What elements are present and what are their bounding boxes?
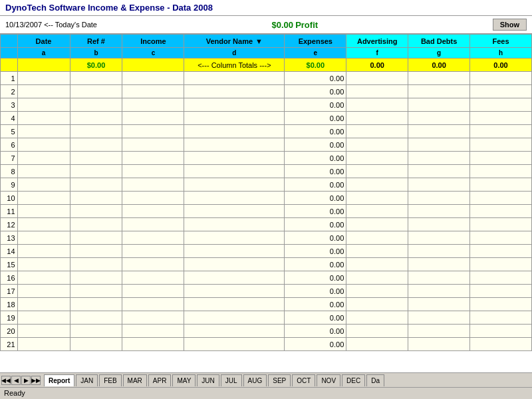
cell-adv[interactable] (346, 138, 408, 152)
cell-ref[interactable] (70, 178, 122, 192)
cell-ref[interactable] (70, 192, 122, 205)
cell-vendor[interactable] (184, 271, 285, 285)
cell-vendor[interactable] (184, 85, 285, 98)
cell-income[interactable] (122, 112, 184, 125)
cell-ref[interactable] (70, 218, 122, 231)
cell-adv[interactable] (346, 231, 408, 245)
cell-adv[interactable] (346, 192, 408, 205)
cell-bd[interactable] (408, 138, 470, 152)
cell-ref[interactable] (70, 258, 122, 271)
cell-ref[interactable] (70, 85, 122, 98)
cell-income[interactable] (122, 338, 184, 351)
cell-date[interactable] (17, 205, 70, 218)
tab-last-button[interactable]: ▶▶ (31, 376, 41, 385)
sheet-tab-may[interactable]: MAY (172, 374, 196, 386)
cell-income[interactable] (122, 138, 184, 152)
cell-adv[interactable] (346, 205, 408, 218)
cell-adv[interactable] (346, 298, 408, 311)
cell-income[interactable] (122, 325, 184, 338)
cell-vendor[interactable] (184, 178, 285, 192)
cell-ref[interactable] (70, 125, 122, 138)
cell-income[interactable] (122, 125, 184, 138)
cell-bd[interactable] (408, 231, 470, 245)
show-button[interactable]: Show (493, 19, 527, 31)
cell-date[interactable] (17, 258, 70, 271)
cell-vendor[interactable] (184, 112, 285, 125)
cell-date[interactable] (17, 245, 70, 258)
cell-bd[interactable] (408, 112, 470, 125)
cell-income[interactable] (122, 258, 184, 271)
cell-adv[interactable] (346, 245, 408, 258)
cell-date[interactable] (17, 85, 70, 98)
cell-vendor[interactable] (184, 311, 285, 325)
cell-bd[interactable] (408, 192, 470, 205)
cell-income[interactable] (122, 285, 184, 298)
cell-vendor[interactable] (184, 298, 285, 311)
cell-bd[interactable] (408, 218, 470, 231)
cell-fees[interactable] (470, 245, 532, 258)
cell-fees[interactable] (470, 231, 532, 245)
cell-fees[interactable] (470, 125, 532, 138)
sheet-tab-feb[interactable]: FEB (99, 374, 121, 386)
cell-income[interactable] (122, 245, 184, 258)
cell-fees[interactable] (470, 72, 532, 85)
cell-vendor[interactable] (184, 125, 285, 138)
cell-ref[interactable] (70, 325, 122, 338)
cell-date[interactable] (17, 271, 70, 285)
cell-ref[interactable] (70, 72, 122, 85)
cell-income[interactable] (122, 205, 184, 218)
cell-adv[interactable] (346, 311, 408, 325)
cell-adv[interactable] (346, 271, 408, 285)
cell-fees[interactable] (470, 112, 532, 125)
sheet-tab-aug[interactable]: AUG (243, 374, 267, 386)
cell-fees[interactable] (470, 138, 532, 152)
cell-bd[interactable] (408, 205, 470, 218)
cell-date[interactable] (17, 138, 70, 152)
cell-date[interactable] (17, 178, 70, 192)
cell-ref[interactable] (70, 285, 122, 298)
cell-date[interactable] (17, 165, 70, 178)
cell-vendor[interactable] (184, 98, 285, 112)
cell-date[interactable] (17, 152, 70, 165)
tab-first-button[interactable]: ◀◀ (1, 376, 11, 385)
cell-fees[interactable] (470, 258, 532, 271)
cell-adv[interactable] (346, 85, 408, 98)
cell-bd[interactable] (408, 245, 470, 258)
sheet-tab-sep[interactable]: SEP (268, 374, 291, 386)
cell-fees[interactable] (470, 165, 532, 178)
tab-prev-button[interactable]: ◀ (11, 376, 21, 385)
cell-fees[interactable] (470, 152, 532, 165)
cell-adv[interactable] (346, 285, 408, 298)
cell-bd[interactable] (408, 298, 470, 311)
sheet-tab-oct[interactable]: OCT (292, 374, 315, 386)
cell-fees[interactable] (470, 285, 532, 298)
cell-adv[interactable] (346, 125, 408, 138)
cell-income[interactable] (122, 165, 184, 178)
cell-vendor[interactable] (184, 245, 285, 258)
cell-fees[interactable] (470, 311, 532, 325)
cell-bd[interactable] (408, 311, 470, 325)
cell-vendor[interactable] (184, 165, 285, 178)
cell-date[interactable] (17, 125, 70, 138)
sheet-tab-jul[interactable]: JUL (221, 374, 242, 386)
sheet-tab-jan[interactable]: JAN (76, 374, 98, 386)
sheet-tab-nov[interactable]: NOV (317, 374, 340, 386)
cell-fees[interactable] (470, 85, 532, 98)
cell-adv[interactable] (346, 338, 408, 351)
cell-adv[interactable] (346, 152, 408, 165)
cell-ref[interactable] (70, 298, 122, 311)
cell-adv[interactable] (346, 165, 408, 178)
cell-bd[interactable] (408, 178, 470, 192)
cell-income[interactable] (122, 311, 184, 325)
cell-date[interactable] (17, 98, 70, 112)
cell-fees[interactable] (470, 338, 532, 351)
cell-income[interactable] (122, 192, 184, 205)
cell-income[interactable] (122, 152, 184, 165)
sheet-tab-jun[interactable]: JUN (197, 374, 219, 386)
cell-bd[interactable] (408, 165, 470, 178)
cell-vendor[interactable] (184, 285, 285, 298)
cell-adv[interactable] (346, 112, 408, 125)
cell-bd[interactable] (408, 85, 470, 98)
cell-fees[interactable] (470, 192, 532, 205)
cell-bd[interactable] (408, 125, 470, 138)
